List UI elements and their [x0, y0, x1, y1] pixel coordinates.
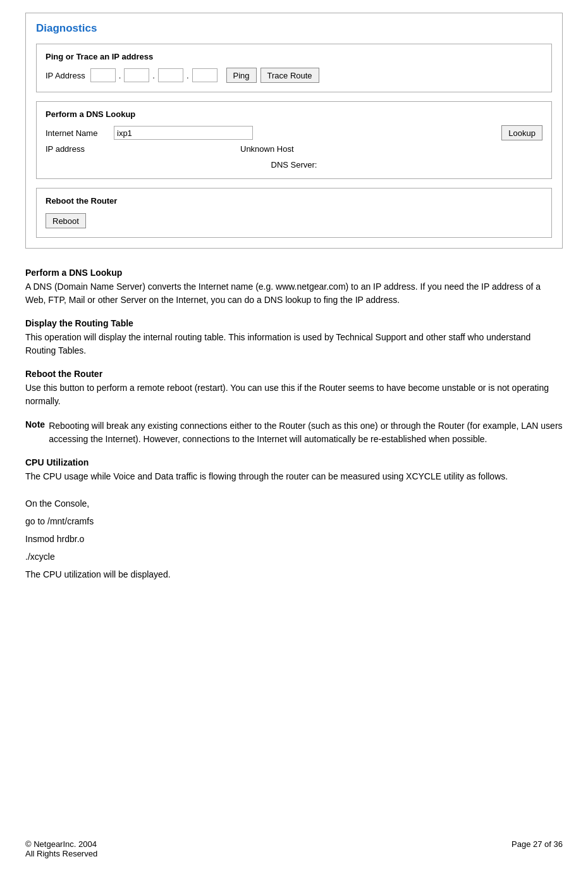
trace-route-button[interactable]: Trace Route [260, 68, 319, 83]
ip-octet-1[interactable] [90, 68, 116, 82]
ping-section-title: Ping or Trace an IP address [46, 52, 542, 61]
note-text: Rebooting will break any existing connec… [49, 419, 563, 446]
diagnostics-panel: Diagnostics Ping or Trace an IP address … [25, 13, 563, 249]
dot-sep-2: . [152, 71, 156, 80]
dns-server-row: DNS Server: [46, 160, 542, 170]
note-row: Note Rebooting will break any existing c… [25, 419, 563, 446]
note-label: Note [25, 419, 45, 446]
reboot-button[interactable]: Reboot [46, 213, 86, 228]
ping-section: Ping or Trace an IP address IP Address .… [36, 44, 552, 92]
diagnostics-title: Diagnostics [36, 22, 552, 35]
ip-octet-3[interactable] [158, 68, 183, 82]
dns-lookup-body: A DNS (Domain Name Server) converts the … [25, 280, 563, 307]
internet-name-label: Internet Name [46, 128, 109, 138]
routing-table-heading: Display the Routing Table [25, 318, 563, 328]
dns-grid: Internet Name Lookup IP address Unknown … [46, 125, 542, 170]
internet-name-input[interactable] [114, 126, 253, 140]
ping-trace-buttons: Ping Trace Route [226, 68, 319, 83]
console-line-2: go to /mnt/cramfs [25, 512, 563, 530]
dns-section: Perform a DNS Lookup Internet Name Looku… [36, 101, 552, 179]
dns-lookup-section: Perform a DNS Lookup A DNS (Domain Name … [25, 268, 563, 307]
cpu-utilization-body: The CPU usage while Voice and Data traff… [25, 470, 563, 483]
unknown-host-text: Unknown Host [240, 144, 294, 154]
footer-rights: All Rights Reserved [25, 849, 97, 858]
ping-button[interactable]: Ping [226, 68, 257, 83]
footer-copyright: © NetgearInc. 2004 [25, 839, 97, 849]
console-line-3: Insmod hrdbr.o [25, 530, 563, 548]
footer-page: Page 27 of 36 [511, 839, 563, 858]
reboot-section: Reboot the Router Reboot [36, 188, 552, 238]
reboot-router-section: Reboot the Router Use this button to per… [25, 369, 563, 408]
console-line-5: The CPU utilization will be displayed. [25, 565, 563, 583]
cpu-utilization-heading: CPU Utilization [25, 457, 563, 467]
routing-table-body: This operation will display the internal… [25, 331, 563, 357]
dns-ip-row: IP address Unknown Host [46, 144, 542, 154]
ip-address-label: IP Address [46, 71, 85, 80]
dot-sep-3: . [186, 71, 190, 80]
routing-table-section: Display the Routing Table This operation… [25, 318, 563, 357]
dns-server-label: DNS Server: [271, 160, 317, 170]
dns-internet-name-row: Internet Name Lookup [46, 125, 542, 140]
ping-row: IP Address . . . Ping Trace Route [46, 68, 542, 83]
dns-ip-label: IP address [46, 144, 109, 154]
footer: © NetgearInc. 2004 All Rights Reserved P… [25, 827, 563, 858]
reboot-section-title: Reboot the Router [46, 196, 542, 206]
dns-lookup-heading: Perform a DNS Lookup [25, 268, 563, 278]
reboot-router-heading: Reboot the Router [25, 369, 563, 379]
lookup-btn-wrap: Lookup [501, 125, 542, 140]
console-line-1: On the Console, [25, 495, 563, 512]
dot-sep-1: . [118, 71, 122, 80]
console-line-4: ./xcycle [25, 548, 563, 565]
reboot-router-body: Use this button to perform a remote rebo… [25, 381, 563, 408]
dns-section-title: Perform a DNS Lookup [46, 109, 542, 119]
cpu-utilization-section: CPU Utilization The CPU usage while Voic… [25, 457, 563, 483]
content-area: Perform a DNS Lookup A DNS (Domain Name … [25, 268, 563, 596]
ip-octet-2[interactable] [124, 68, 149, 82]
lookup-button[interactable]: Lookup [501, 125, 542, 140]
footer-left: © NetgearInc. 2004 All Rights Reserved [25, 839, 97, 858]
ip-octet-4[interactable] [192, 68, 217, 82]
